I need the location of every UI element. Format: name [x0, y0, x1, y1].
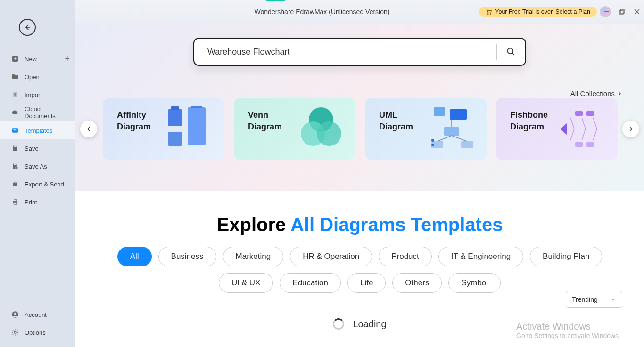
chip-uiux[interactable]: UI & UX — [219, 273, 273, 293]
cloud-icon — [11, 109, 19, 116]
venn-graphic — [295, 106, 347, 152]
chip-building[interactable]: Building Plan — [530, 247, 602, 266]
chip-business[interactable]: Business — [158, 247, 216, 266]
sidebar-item-import[interactable]: Import — [0, 86, 75, 104]
svg-point-24 — [14, 313, 17, 315]
sidebar-label: Import — [25, 91, 42, 98]
import-icon — [11, 91, 19, 98]
back-button[interactable] — [19, 19, 36, 36]
svg-point-41 — [431, 139, 434, 142]
sidebar-item-open[interactable]: Open — [0, 68, 75, 86]
svg-rect-22 — [14, 202, 16, 204]
chip-life[interactable]: Life — [347, 273, 386, 293]
svg-rect-30 — [188, 107, 206, 145]
chip-it[interactable]: IT & Engineering — [438, 247, 523, 266]
spinner-icon — [333, 318, 344, 330]
search-input[interactable] — [194, 47, 496, 57]
search-box — [193, 38, 526, 66]
title-accent: All Diagrams Templates — [290, 214, 503, 235]
watermark-subtitle: Go to Settings to activate Windows. — [516, 332, 620, 339]
nav-bottom: Account Options — [0, 306, 75, 347]
nav-list: New + Open Import Cloud Documents Templa… — [0, 50, 75, 306]
sidebar-item-saveas[interactable]: Save As — [0, 157, 75, 175]
sidebar-label: Options — [25, 329, 46, 336]
app-title: Wondershare EdrawMax (Unlicensed Version… — [255, 8, 390, 16]
affinity-graphic — [164, 106, 216, 152]
chip-product[interactable]: Product — [379, 247, 432, 266]
sidebar-item-new[interactable]: New + — [0, 50, 75, 68]
sidebar-item-print[interactable]: Print — [0, 193, 75, 211]
print-icon — [11, 198, 19, 206]
card-title: UML Diagram — [379, 109, 413, 160]
link-text: All Collections — [570, 89, 615, 97]
svg-line-45 — [452, 136, 467, 141]
svg-line-27 — [512, 53, 514, 55]
chip-hr[interactable]: HR & Operation — [290, 247, 372, 266]
cards-row: Affinity Diagram Venn Diagram UML Diagra… — [75, 98, 644, 164]
carousel-next-button[interactable] — [622, 121, 639, 137]
sidebar-label: New — [25, 56, 37, 63]
chip-education[interactable]: Education — [280, 273, 341, 293]
carousel-prev-button[interactable] — [80, 121, 97, 137]
svg-rect-40 — [461, 141, 473, 148]
sidebar-item-export[interactable]: Export & Send — [0, 175, 75, 193]
sidebar-label: Print — [25, 199, 37, 206]
card-title: Venn Diagram — [248, 109, 282, 160]
sidebar-item-save[interactable]: Save — [0, 139, 75, 157]
svg-rect-4 — [620, 9, 624, 13]
plus-icon[interactable]: + — [65, 54, 70, 64]
chevron-right-icon — [617, 91, 622, 97]
chip-symbol[interactable]: Symbol — [448, 273, 501, 293]
svg-rect-55 — [575, 142, 583, 147]
watermark-title: Activate Windows — [516, 321, 620, 332]
svg-line-49 — [582, 118, 586, 129]
titlebar: Wondershare EdrawMax (Unlicensed Version… — [0, 0, 644, 24]
maximize-button[interactable] — [619, 8, 625, 15]
svg-rect-15 — [12, 128, 18, 132]
loading-text: Loading — [353, 319, 386, 330]
all-collections-link[interactable]: All Collections — [570, 89, 622, 97]
title-prefix: Explore — [217, 214, 290, 235]
svg-point-42 — [431, 144, 434, 146]
search-button[interactable] — [497, 47, 525, 56]
windows-watermark: Activate Windows Go to Settings to activ… — [516, 321, 620, 339]
sidebar-label: Save As — [25, 163, 47, 170]
svg-rect-36 — [434, 107, 445, 116]
card-uml-diagram[interactable]: UML Diagram — [365, 98, 487, 160]
svg-point-18 — [16, 167, 18, 169]
sidebar-label: Export & Send — [25, 181, 64, 188]
close-button[interactable] — [634, 8, 640, 15]
svg-rect-21 — [14, 200, 16, 201]
svg-rect-31 — [191, 106, 202, 108]
svg-rect-3 — [619, 10, 623, 14]
card-title: Fishbone Diagram — [510, 109, 548, 160]
sidebar-item-options[interactable]: Options — [0, 323, 75, 341]
sidebar-label: Cloud Documents — [25, 105, 70, 120]
tab-accent — [266, 0, 285, 1]
card-affinity-diagram[interactable]: Affinity Diagram — [103, 98, 224, 160]
card-venn-diagram[interactable]: Venn Diagram — [234, 98, 355, 160]
sort-value: Trending — [572, 296, 598, 303]
chip-marketing[interactable]: Marketing — [223, 247, 284, 266]
chip-all[interactable]: All — [117, 247, 152, 266]
sidebar-item-cloud[interactable]: Cloud Documents — [0, 104, 75, 121]
sidebar-item-templates[interactable]: Templates — [0, 121, 75, 139]
svg-line-47 — [570, 118, 574, 129]
minimize-button[interactable] — [603, 8, 610, 15]
sidebar: New + Open Import Cloud Documents Templa… — [0, 0, 75, 347]
uml-graphic — [426, 106, 478, 152]
svg-rect-28 — [168, 109, 182, 126]
search-icon — [506, 47, 516, 56]
svg-rect-16 — [14, 146, 16, 147]
chip-others[interactable]: Others — [392, 273, 442, 293]
sidebar-item-account[interactable]: Account — [0, 306, 75, 323]
trial-text: Your Free Trial is over. Select a Plan — [495, 8, 590, 15]
sort-dropdown[interactable]: Trending — [566, 291, 622, 308]
card-fishbone-diagram[interactable]: Fishbone Diagram — [496, 98, 618, 160]
sidebar-label: Templates — [25, 127, 52, 134]
svg-point-25 — [14, 331, 16, 333]
svg-rect-17 — [14, 164, 16, 165]
hero-section: All Collections Affinity Diagram Venn Di… — [75, 24, 644, 191]
cart-icon — [486, 8, 492, 15]
trial-banner[interactable]: Your Free Trial is over. Select a Plan — [479, 7, 597, 17]
